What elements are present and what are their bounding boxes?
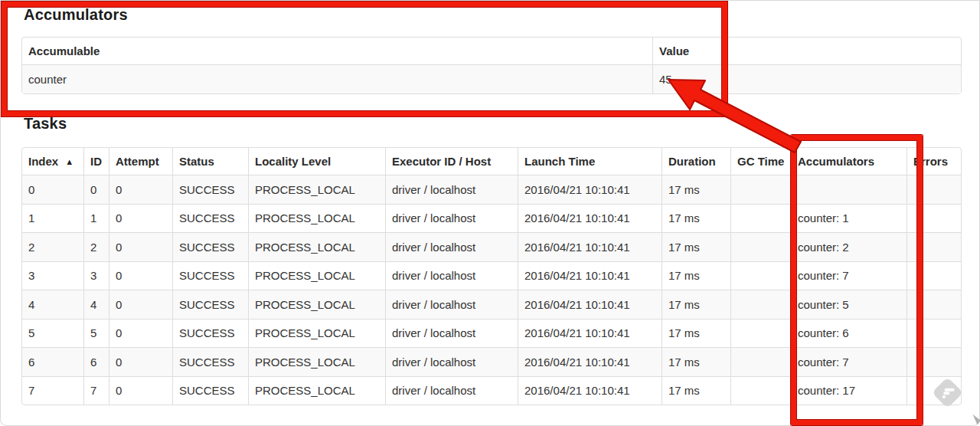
task-row: 110SUCCESSPROCESS_LOCALdriver / localhos… [22,204,961,233]
tasks-column-header-attempt[interactable]: Attempt [109,148,172,175]
task-row: 220SUCCESSPROCESS_LOCALdriver / localhos… [22,232,961,261]
task-cell-executor-id-host: driver / localhost [385,347,518,376]
task-cell-status: SUCCESS [172,376,248,405]
task-row: 660SUCCESSPROCESS_LOCALdriver / localhos… [22,347,961,376]
task-cell-locality-level: PROCESS_LOCAL [248,290,385,319]
task-row: 440SUCCESSPROCESS_LOCALdriver / localhos… [22,290,961,319]
tasks-section-heading: Tasks [24,115,67,133]
task-cell-errors [906,232,961,261]
accumulators-table-header-row: Accumulable Value [22,38,961,64]
task-cell-attempt: 0 [109,347,172,376]
task-cell-duration: 17 ms [662,319,730,348]
tasks-table-header-row: Index▲IDAttemptStatusLocality LevelExecu… [22,148,961,175]
task-cell-index: 1 [22,204,83,233]
watermark-mark [945,388,955,392]
task-cell-launch-time: 2016/04/21 10:10:41 [518,290,662,319]
tasks-column-header-status[interactable]: Status [172,148,248,175]
task-cell-locality-level: PROCESS_LOCAL [248,261,385,290]
task-cell-accumulators: counter: 6 [791,319,906,348]
tasks-column-header-duration[interactable]: Duration [662,148,730,175]
task-cell-accumulators: counter: 17 [791,376,906,405]
task-cell-status: SUCCESS [172,319,248,348]
task-cell-gc-time [730,347,791,376]
task-cell-locality-level: PROCESS_LOCAL [248,376,385,405]
task-cell-errors [906,175,961,204]
tasks-column-header-id[interactable]: ID [83,148,109,175]
task-cell-executor-id-host: driver / localhost [385,290,518,319]
accumulators-table: Accumulable Value counter 45 [21,37,962,94]
task-cell-launch-time: 2016/04/21 10:10:41 [518,347,662,376]
task-cell-index: 5 [22,319,83,348]
task-cell-launch-time: 2016/04/21 10:10:41 [518,232,662,261]
task-cell-executor-id-host: driver / localhost [385,204,518,233]
task-cell-gc-time [730,175,791,204]
task-cell-accumulators: counter: 2 [791,232,906,261]
task-cell-id: 7 [83,376,109,405]
task-cell-attempt: 0 [109,261,172,290]
task-cell-index: 4 [22,290,83,319]
task-cell-id: 4 [83,290,109,319]
task-cell-duration: 17 ms [662,204,730,233]
watermark-mark [943,392,949,395]
task-row: 550SUCCESSPROCESS_LOCALdriver / localhos… [22,319,961,348]
task-cell-locality-level: PROCESS_LOCAL [248,175,385,204]
task-row: 770SUCCESSPROCESS_LOCALdriver / localhos… [22,376,961,405]
task-cell-attempt: 0 [109,204,172,233]
tasks-table: Index▲IDAttemptStatusLocality LevelExecu… [21,147,962,405]
task-cell-executor-id-host: driver / localhost [385,175,518,204]
sort-ascending-icon: ▲ [65,157,74,166]
tasks-column-header-gc-time[interactable]: GC Time [730,148,791,175]
task-cell-gc-time [730,204,791,233]
task-cell-status: SUCCESS [172,232,248,261]
task-cell-launch-time: 2016/04/21 10:10:41 [518,319,662,348]
task-cell-errors [906,347,961,376]
task-cell-gc-time [730,261,791,290]
task-cell-status: SUCCESS [172,175,248,204]
task-cell-attempt: 0 [109,175,172,204]
task-row: 000SUCCESSPROCESS_LOCALdriver / localhos… [22,175,961,204]
value-column-header: Value [652,38,961,64]
accumulable-name-cell: counter [22,64,652,93]
task-cell-errors [906,290,961,319]
task-cell-duration: 17 ms [662,290,730,319]
task-cell-executor-id-host: driver / localhost [385,319,518,348]
task-cell-locality-level: PROCESS_LOCAL [248,347,385,376]
task-cell-index: 7 [22,376,83,405]
spark-stage-page: Accumulators Accumulable Value counter 4… [0,0,980,426]
tasks-column-header-errors[interactable]: Errors [906,148,961,175]
tasks-column-header-launch-time[interactable]: Launch Time [518,148,662,175]
task-cell-duration: 17 ms [662,232,730,261]
task-cell-gc-time [730,290,791,319]
tasks-column-header-accumulators[interactable]: Accumulators [791,148,906,175]
task-cell-accumulators: counter: 7 [791,261,906,290]
cursor-artifact [969,415,980,425]
task-cell-errors [906,319,961,348]
task-cell-accumulators: counter: 7 [791,347,906,376]
task-cell-locality-level: PROCESS_LOCAL [248,232,385,261]
task-cell-gc-time [730,232,791,261]
task-cell-executor-id-host: driver / localhost [385,261,518,290]
tasks-column-header-locality-level[interactable]: Locality Level [248,148,385,175]
task-cell-status: SUCCESS [172,290,248,319]
task-cell-status: SUCCESS [172,347,248,376]
task-cell-id: 6 [83,347,109,376]
task-cell-index: 2 [22,232,83,261]
watermark-mark [942,395,946,398]
task-cell-locality-level: PROCESS_LOCAL [248,319,385,348]
task-cell-attempt: 0 [109,319,172,348]
tasks-column-header-executor-id-host[interactable]: Executor ID / Host [385,148,518,175]
task-cell-launch-time: 2016/04/21 10:10:41 [518,204,662,233]
task-cell-launch-time: 2016/04/21 10:10:41 [518,261,662,290]
tasks-column-header-index[interactable]: Index▲ [22,148,83,175]
task-cell-locality-level: PROCESS_LOCAL [248,204,385,233]
task-cell-launch-time: 2016/04/21 10:10:41 [518,175,662,204]
task-cell-launch-time: 2016/04/21 10:10:41 [518,376,662,405]
accumulators-section-heading: Accumulators [24,6,128,24]
task-cell-gc-time [730,319,791,348]
task-cell-duration: 17 ms [662,175,730,204]
task-cell-attempt: 0 [109,290,172,319]
accumulator-row: counter 45 [22,64,961,93]
task-cell-status: SUCCESS [172,261,248,290]
task-cell-duration: 17 ms [662,261,730,290]
task-cell-gc-time [730,376,791,405]
